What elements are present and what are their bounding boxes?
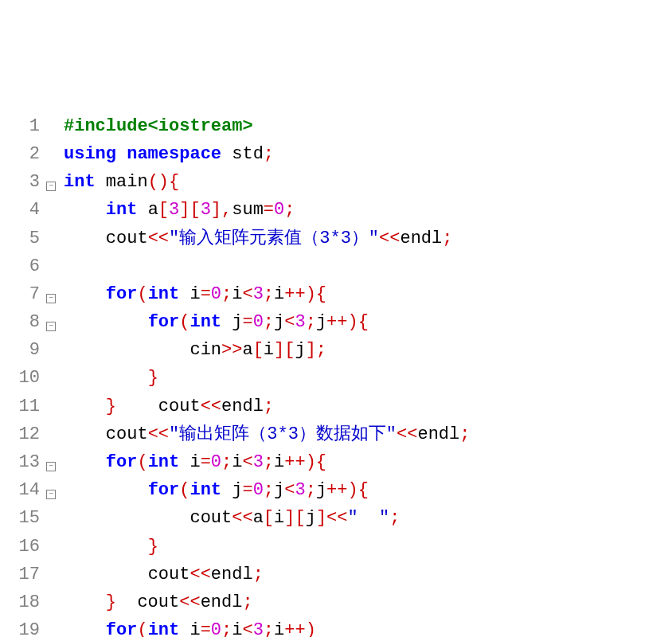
token-op: ;	[264, 312, 274, 332]
token-str: "输入矩阵元素值（3*3）"	[169, 229, 379, 248]
token-num: 3	[295, 480, 305, 500]
line-number: 2	[0, 140, 43, 168]
token-num: 0	[253, 312, 264, 332]
token-op: (	[179, 312, 189, 332]
code-line[interactable]: cout<<"输出矩阵（3*3）数据如下"<<endl;	[64, 420, 484, 448]
line-number: 3	[0, 168, 43, 196]
token-id: endl	[400, 229, 442, 248]
token-id: cout	[158, 397, 201, 416]
token-id: j	[274, 480, 284, 500]
token-sym	[64, 565, 148, 584]
token-kw: namespace	[127, 144, 221, 164]
fold-cell	[46, 420, 61, 448]
token-sym	[64, 256, 74, 276]
fold-toggle-icon[interactable]: −	[46, 182, 56, 191]
code-line[interactable]: for(int j=0;j<3;j++){	[64, 308, 484, 336]
fold-toggle-icon[interactable]: −	[46, 490, 56, 499]
code-line[interactable]: for(int i=0;i<3;i++){	[64, 280, 484, 308]
fold-cell[interactable]: −	[46, 168, 61, 196]
token-op: ;	[442, 229, 452, 248]
token-num: 3	[169, 200, 179, 220]
token-kw: for	[106, 452, 138, 472]
fold-cell[interactable]: −	[46, 476, 61, 504]
code-line[interactable]: cout<<a[i][j]<<" ";	[64, 504, 484, 532]
code-line[interactable]: cout<<"输入矩阵元素值（3*3）"<<endl;	[64, 225, 484, 252]
code-line[interactable]: int a[3][3],sum=0;	[64, 196, 484, 224]
token-op: ];	[306, 340, 326, 360]
code-line[interactable]: int main(){	[64, 168, 484, 196]
token-op: ;	[459, 424, 470, 444]
code-line[interactable]	[64, 252, 484, 280]
code-area[interactable]: #include<iostream>using namespace std;in…	[61, 112, 484, 637]
token-id: i	[274, 284, 284, 304]
token-num: 3	[253, 452, 264, 472]
fold-cell	[46, 393, 61, 420]
token-op: ;	[284, 200, 295, 220]
token-op: ;	[306, 480, 316, 500]
code-line[interactable]: }	[64, 533, 484, 561]
token-op: =	[242, 312, 252, 332]
token-pre: #include<iostream>	[64, 116, 253, 136]
token-id: j	[232, 480, 242, 500]
token-op: ;	[242, 592, 252, 612]
code-line[interactable]: } cout<<endl;	[64, 393, 484, 420]
code-line[interactable]: using namespace std;	[64, 140, 484, 168]
token-id: a	[253, 508, 264, 528]
token-op: <<	[232, 508, 252, 528]
line-number: 19	[0, 616, 43, 637]
token-op: [	[158, 200, 169, 220]
code-line[interactable]: }	[64, 364, 484, 392]
token-id: j	[295, 340, 305, 360]
fold-cell	[46, 140, 61, 168]
token-sym	[116, 397, 158, 416]
token-sym	[116, 592, 137, 612]
code-line[interactable]: cout<<endl;	[64, 561, 484, 588]
token-sym	[64, 284, 106, 304]
code-line[interactable]: } cout<<endl;	[64, 588, 484, 616]
line-number: 8	[0, 308, 43, 336]
fold-cell[interactable]: −	[46, 280, 61, 308]
token-id: i	[274, 620, 284, 637]
token-id: cout	[189, 508, 232, 528]
line-number: 10	[0, 364, 43, 392]
code-line[interactable]: for(int j=0;j<3;j++){	[64, 476, 484, 504]
token-id: i	[274, 452, 284, 472]
fold-toggle-icon[interactable]: −	[46, 462, 56, 471]
token-op: <	[284, 312, 295, 332]
fold-toggle-icon[interactable]: −	[46, 294, 56, 303]
fold-toggle-icon[interactable]: −	[46, 322, 56, 331]
token-op: ],	[211, 200, 232, 220]
token-op: >>	[221, 340, 242, 360]
fold-cell[interactable]: −	[46, 308, 61, 336]
code-line[interactable]: cin>>a[i][j];	[64, 336, 484, 364]
fold-cell[interactable]: −	[46, 448, 61, 476]
token-id: i	[232, 452, 242, 472]
token-op: ++){	[284, 284, 326, 304]
code-line[interactable]: for(int i=0;i<3;i++){	[64, 448, 484, 476]
fold-cell	[46, 364, 61, 392]
token-op: <	[242, 284, 252, 304]
line-number-gutter: 12345678910111213141516171819202122	[0, 112, 46, 637]
token-op: ;	[264, 452, 274, 472]
token-op: <<	[179, 592, 200, 612]
token-op: ;	[389, 508, 400, 528]
token-op: (	[137, 620, 147, 637]
token-sym	[64, 312, 148, 332]
token-kw: int	[148, 452, 180, 472]
line-number: 17	[0, 561, 43, 588]
token-sym	[221, 480, 232, 500]
code-line[interactable]: for(int i=0;i<3;i++)	[64, 616, 484, 637]
line-number: 14	[0, 476, 43, 504]
token-op: ;	[264, 620, 274, 637]
line-number: 18	[0, 588, 43, 616]
token-op: ++){	[284, 452, 326, 472]
token-id: a	[242, 340, 252, 360]
token-id: endl	[211, 565, 253, 584]
code-line[interactable]: #include<iostream>	[64, 112, 484, 140]
token-num: 3	[253, 284, 264, 304]
token-op: <<	[201, 397, 221, 416]
token-kw: for	[148, 480, 180, 500]
line-number: 13	[0, 448, 43, 476]
token-op: ;	[253, 565, 264, 584]
token-id: cout	[106, 424, 148, 444]
